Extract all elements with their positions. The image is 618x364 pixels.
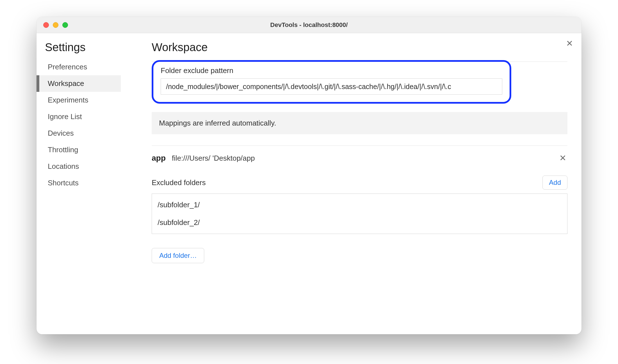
folder-name: app xyxy=(152,154,166,163)
sidebar-item-throttling[interactable]: Throttling xyxy=(37,142,121,158)
sidebar-item-preferences[interactable]: Preferences xyxy=(37,59,121,75)
sidebar-item-workspace[interactable]: Workspace xyxy=(37,75,121,92)
window-titlebar: DevTools - localhost:8000/ xyxy=(37,17,581,33)
add-excluded-folder-button[interactable]: Add xyxy=(542,176,567,190)
folder-header: app file:///Users/ 'Desktop/app ✕ xyxy=(152,145,567,168)
sidebar-item-locations[interactable]: Locations xyxy=(37,158,121,175)
excluded-folder-item[interactable]: /subfolder_1/ xyxy=(152,196,567,214)
add-folder-button[interactable]: Add folder… xyxy=(152,248,204,263)
window-close-icon[interactable] xyxy=(43,22,49,28)
window-traffic-lights xyxy=(43,22,68,28)
sidebar-item-experiments[interactable]: Experiments xyxy=(37,92,121,108)
window-minimize-icon[interactable] xyxy=(53,22,58,28)
remove-folder-icon[interactable]: ✕ xyxy=(559,154,567,162)
mappings-info: Mappings are inferred automatically. xyxy=(152,112,567,134)
folder-path: file:///Users/ 'Desktop/app xyxy=(172,154,255,163)
workspace-folder-section: app file:///Users/ 'Desktop/app ✕ Exclud… xyxy=(152,145,567,263)
excluded-folder-item[interactable]: /subfolder_2/ xyxy=(152,214,567,231)
exclude-pattern-section: Folder exclude pattern xyxy=(152,60,511,104)
sidebar-item-shortcuts[interactable]: Shortcuts xyxy=(37,175,121,191)
window-zoom-icon[interactable] xyxy=(62,22,68,28)
exclude-pattern-input[interactable] xyxy=(161,78,502,95)
settings-sidebar: Settings Preferences Workspace Experimen… xyxy=(37,33,121,334)
window-title: DevTools - localhost:8000/ xyxy=(270,21,348,29)
settings-main: Workspace Folder exclude pattern Mapping… xyxy=(121,33,581,334)
settings-title: Settings xyxy=(37,41,121,59)
close-icon[interactable]: ✕ xyxy=(566,39,573,48)
excluded-folders-list: /subfolder_1/ /subfolder_2/ xyxy=(152,194,567,234)
exclude-pattern-label: Folder exclude pattern xyxy=(161,66,502,75)
sidebar-item-devices[interactable]: Devices xyxy=(37,125,121,142)
devtools-window: DevTools - localhost:8000/ ✕ Settings Pr… xyxy=(37,17,581,334)
excluded-folders-label: Excluded folders xyxy=(152,178,206,187)
excluded-folders-header: Excluded folders Add xyxy=(152,168,567,194)
page-title: Workspace xyxy=(152,41,567,54)
sidebar-item-ignore-list[interactable]: Ignore List xyxy=(37,108,121,125)
